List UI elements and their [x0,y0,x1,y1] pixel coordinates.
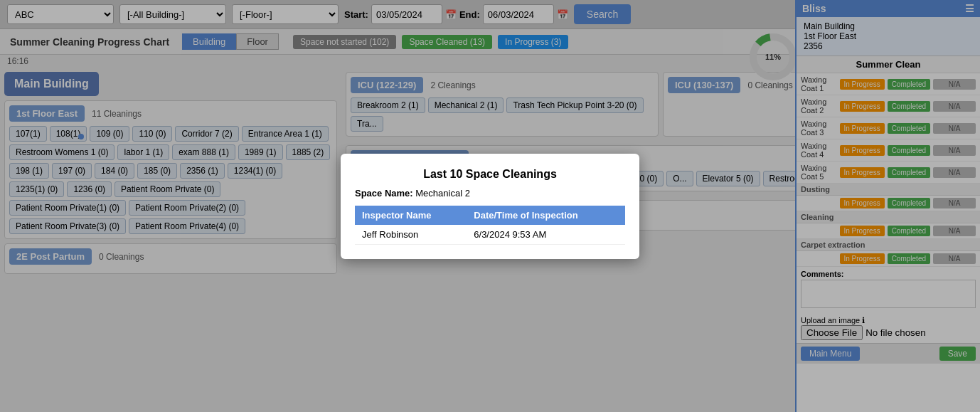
modal-col-datetime: Date/Time of Inspection [467,206,625,225]
modal-space-name: Space Name: Mechanical 2 [355,188,625,199]
inspection-datetime: 6/3/2024 9:53 AM [467,225,625,245]
modal-overlay[interactable]: Last 10 Space Cleanings Space Name: Mech… [0,0,980,412]
inspector-name: Jeff Robinson [355,225,467,245]
modal-space-name-value: Mechanical 2 [415,188,470,199]
modal-title: Last 10 Space Cleanings [355,168,625,181]
modal: Last 10 Space Cleanings Space Name: Mech… [341,154,639,259]
table-row: Jeff Robinson 6/3/2024 9:53 AM [355,225,625,245]
modal-col-inspector: Inspector Name [355,206,467,225]
modal-table: Inspector Name Date/Time of Inspection J… [355,206,625,245]
